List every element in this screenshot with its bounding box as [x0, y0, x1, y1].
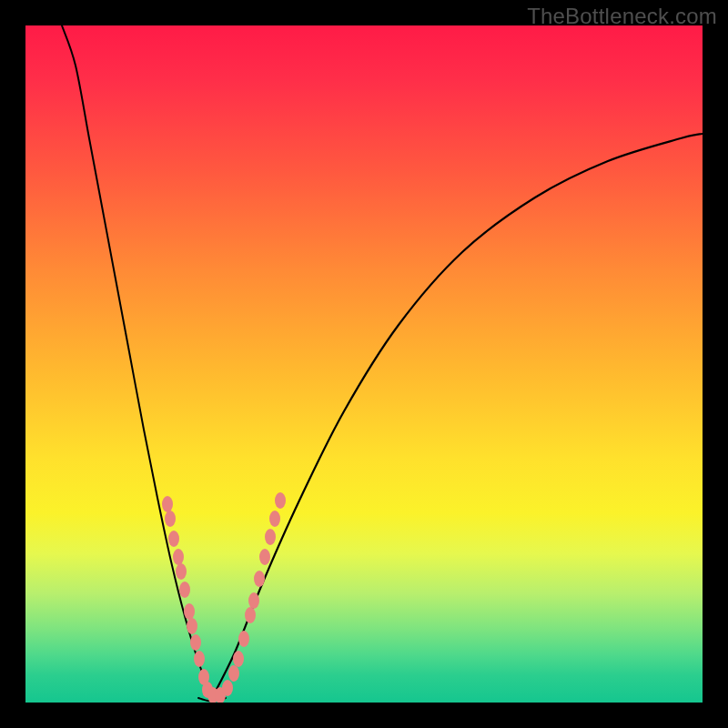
- chart-frame: TheBottleneck.com: [0, 0, 728, 728]
- data-marker: [265, 529, 276, 545]
- data-marker: [245, 607, 256, 623]
- data-marker: [173, 549, 184, 565]
- data-marker: [179, 581, 190, 598]
- data-marker: [190, 634, 201, 651]
- data-marker: [184, 603, 195, 620]
- data-marker: [254, 571, 265, 587]
- data-marker: [176, 563, 187, 580]
- data-marker: [233, 651, 244, 667]
- data-marker: [275, 492, 286, 509]
- data-marker: [222, 680, 233, 696]
- data-marker: [259, 549, 270, 565]
- plot-area: [25, 25, 703, 703]
- data-marker: [168, 531, 179, 547]
- data-marker: [269, 511, 280, 527]
- data-marker: [187, 618, 197, 634]
- curve-right-branch: [212, 134, 703, 698]
- data-marker: [165, 511, 176, 527]
- data-marker: [248, 592, 259, 609]
- curve-left-branch: [62, 25, 212, 698]
- data-marker: [194, 651, 205, 667]
- data-marker: [162, 496, 173, 512]
- curve-layer: [25, 25, 703, 703]
- data-marker: [238, 631, 249, 647]
- data-marker: [228, 665, 239, 682]
